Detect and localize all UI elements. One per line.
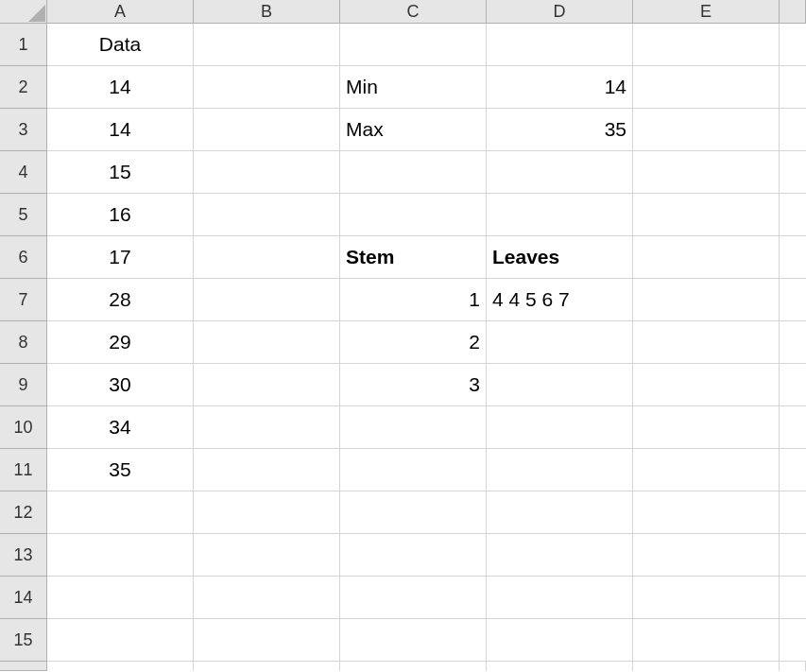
- cell-D15[interactable]: [487, 619, 633, 662]
- cell-D11[interactable]: [487, 449, 633, 491]
- col-header-C[interactable]: C: [340, 0, 487, 24]
- cell-D5[interactable]: [487, 194, 633, 236]
- cell-B9[interactable]: [194, 364, 340, 406]
- row-header-9[interactable]: 9: [0, 364, 47, 406]
- col-header-D[interactable]: D: [487, 0, 633, 24]
- cell-C8[interactable]: 2: [340, 321, 487, 364]
- cell-C15[interactable]: [340, 619, 487, 662]
- cell-A7[interactable]: 28: [47, 279, 194, 321]
- cell-D1[interactable]: [487, 24, 633, 66]
- cell-B5[interactable]: [194, 194, 340, 236]
- col-header-B[interactable]: B: [194, 0, 340, 24]
- row-header-11[interactable]: 11: [0, 449, 47, 491]
- cell-B3[interactable]: [194, 109, 340, 151]
- cell-D7[interactable]: 4 4 5 6 7: [487, 279, 633, 321]
- cell-B13[interactable]: [194, 534, 340, 577]
- cell-D12[interactable]: [487, 491, 633, 534]
- cell-D4[interactable]: [487, 151, 633, 194]
- row-header-10[interactable]: 10: [0, 406, 47, 449]
- edge-col-3: [780, 109, 806, 151]
- cell-D13[interactable]: [487, 534, 633, 577]
- cell-B2[interactable]: [194, 66, 340, 109]
- cell-A5[interactable]: 16: [47, 194, 194, 236]
- cell-A14[interactable]: [47, 577, 194, 619]
- row-header-6[interactable]: 6: [0, 236, 47, 279]
- row-header-2[interactable]: 2: [0, 66, 47, 109]
- row-header-7[interactable]: 7: [0, 279, 47, 321]
- row-header-4[interactable]: 4: [0, 151, 47, 194]
- cell-E9[interactable]: [633, 364, 780, 406]
- select-all-corner[interactable]: [0, 0, 47, 24]
- row-header-15[interactable]: 15: [0, 619, 47, 662]
- cell-B1[interactable]: [194, 24, 340, 66]
- row-header-3[interactable]: 3: [0, 109, 47, 151]
- cell-A3[interactable]: 14: [47, 109, 194, 151]
- cell-E10[interactable]: [633, 406, 780, 449]
- cell-A10[interactable]: 34: [47, 406, 194, 449]
- col-header-A[interactable]: A: [47, 0, 194, 24]
- cell-C6[interactable]: Stem: [340, 236, 487, 279]
- cell-E14[interactable]: [633, 577, 780, 619]
- row-header-13[interactable]: 13: [0, 534, 47, 577]
- cell-D6[interactable]: Leaves: [487, 236, 633, 279]
- cell-D9[interactable]: [487, 364, 633, 406]
- cell-E3[interactable]: [633, 109, 780, 151]
- cell-A8[interactable]: 29: [47, 321, 194, 364]
- row-header-14[interactable]: 14: [0, 577, 47, 619]
- cell-C13[interactable]: [340, 534, 487, 577]
- cell-B8[interactable]: [194, 321, 340, 364]
- cell-C7[interactable]: 1: [340, 279, 487, 321]
- cell-A11[interactable]: 35: [47, 449, 194, 491]
- cell-D3[interactable]: 35: [487, 109, 633, 151]
- cell-C2[interactable]: Min: [340, 66, 487, 109]
- edge-col-15: [780, 619, 806, 662]
- col-header-E[interactable]: E: [633, 0, 780, 24]
- cell-B7[interactable]: [194, 279, 340, 321]
- cell-B14[interactable]: [194, 577, 340, 619]
- row-header-8[interactable]: 8: [0, 321, 47, 364]
- cell-C4[interactable]: [340, 151, 487, 194]
- cell-E13[interactable]: [633, 534, 780, 577]
- cell-E12[interactable]: [633, 491, 780, 534]
- edge-col-13: [780, 534, 806, 577]
- cell-D2[interactable]: 14: [487, 66, 633, 109]
- cell-B10[interactable]: [194, 406, 340, 449]
- cell-A4[interactable]: 15: [47, 151, 194, 194]
- cell-C14[interactable]: [340, 577, 487, 619]
- cell-C3[interactable]: Max: [340, 109, 487, 151]
- cell-A1[interactable]: Data: [47, 24, 194, 66]
- cell-B12[interactable]: [194, 491, 340, 534]
- cell-E8[interactable]: [633, 321, 780, 364]
- cell-B11[interactable]: [194, 449, 340, 491]
- cell-C10[interactable]: [340, 406, 487, 449]
- cell-A13[interactable]: [47, 534, 194, 577]
- cell-C11[interactable]: [340, 449, 487, 491]
- cell-E15[interactable]: [633, 619, 780, 662]
- cell-A9[interactable]: 30: [47, 364, 194, 406]
- cell-D8[interactable]: [487, 321, 633, 364]
- cell-E5[interactable]: [633, 194, 780, 236]
- cell-D14[interactable]: [487, 577, 633, 619]
- cell-A12[interactable]: [47, 491, 194, 534]
- cell-E4[interactable]: [633, 151, 780, 194]
- cell-B4[interactable]: [194, 151, 340, 194]
- cell-C9[interactable]: 3: [340, 364, 487, 406]
- cell-A15[interactable]: [47, 619, 194, 662]
- cell-B6[interactable]: [194, 236, 340, 279]
- cell-D10[interactable]: [487, 406, 633, 449]
- cell-C1[interactable]: [340, 24, 487, 66]
- cell-A2[interactable]: 14: [47, 66, 194, 109]
- cell-B15[interactable]: [194, 619, 340, 662]
- cell-E11[interactable]: [633, 449, 780, 491]
- cell-E6[interactable]: [633, 236, 780, 279]
- cell-C12[interactable]: [340, 491, 487, 534]
- edge-corner: [780, 662, 806, 671]
- cell-A6[interactable]: 17: [47, 236, 194, 279]
- cell-E7[interactable]: [633, 279, 780, 321]
- row-header-12[interactable]: 12: [0, 491, 47, 534]
- row-header-5[interactable]: 5: [0, 194, 47, 236]
- cell-E2[interactable]: [633, 66, 780, 109]
- cell-E1[interactable]: [633, 24, 780, 66]
- cell-C5[interactable]: [340, 194, 487, 236]
- row-header-1[interactable]: 1: [0, 24, 47, 66]
